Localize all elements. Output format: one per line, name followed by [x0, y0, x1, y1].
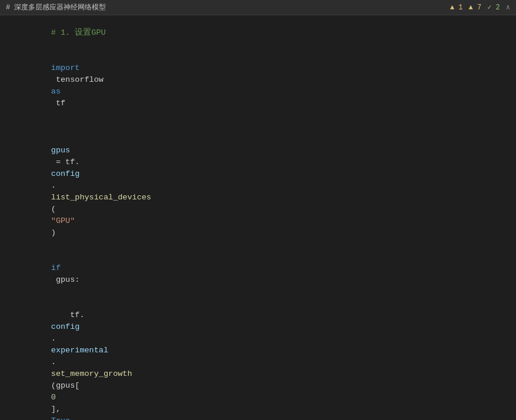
gutter	[0, 298, 11, 420]
gutter	[0, 121, 11, 133]
badge-ok: ✓ 2	[487, 3, 500, 12]
gutter	[0, 133, 11, 251]
line-content: # 1. 设置GPU	[11, 15, 516, 51]
line-content: if gpus:	[11, 251, 516, 298]
code-editor[interactable]: # 1. 设置GPU import tensorflow as tf gpus …	[0, 15, 516, 420]
code-line	[0, 121, 516, 133]
chevron-up-icon[interactable]: ∧	[506, 3, 510, 12]
code-line: tf. config . experimental . set_memory_g…	[0, 298, 516, 420]
line-content: tf. config . experimental . set_memory_g…	[11, 298, 516, 420]
line-content: import tensorflow as tf	[11, 51, 516, 121]
code-line: if gpus:	[0, 251, 516, 298]
code-line: import tensorflow as tf	[0, 51, 516, 121]
badge-warning1: ▲ 1	[450, 4, 463, 12]
title-badges: ▲ 1 ▲ 7 ✓ 2 ∧	[450, 3, 510, 12]
code-line: gpus = tf. config . list_physical_device…	[0, 133, 516, 251]
code-line: # 1. 设置GPU	[0, 15, 516, 51]
gutter	[0, 251, 11, 298]
title-bar: # 深度多层感应器神经网络模型 ▲ 1 ▲ 7 ✓ 2 ∧	[0, 0, 516, 15]
gutter	[0, 51, 11, 121]
editor-container: # 深度多层感应器神经网络模型 ▲ 1 ▲ 7 ✓ 2 ∧ # 1. 设置GPU…	[0, 0, 516, 420]
line-content: gpus = tf. config . list_physical_device…	[11, 133, 516, 251]
gutter	[0, 15, 11, 51]
line-content	[11, 121, 516, 133]
title-text: # 深度多层感应器神经网络模型	[6, 2, 106, 12]
badge-warning2: ▲ 7	[469, 4, 482, 12]
